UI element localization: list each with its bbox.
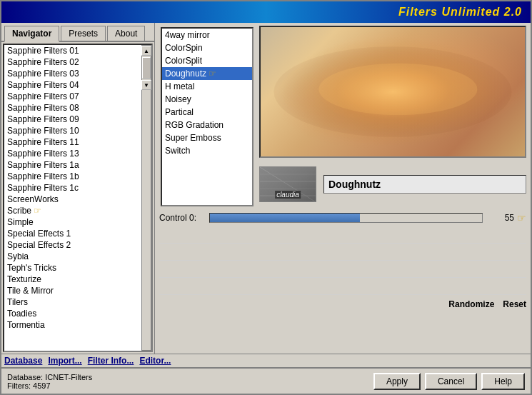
scroll-up-arrow[interactable]: ▲ [141, 46, 151, 56]
tab-about[interactable]: About [107, 26, 145, 41]
status-buttons: Apply Cancel Help [373, 373, 525, 390]
filter-list-item[interactable]: Tilers [4, 296, 141, 308]
import-link[interactable]: Import... [48, 356, 81, 366]
filter-list-item[interactable]: Simple [4, 216, 141, 228]
filter-list-item[interactable]: Sapphire Filters 13 [4, 148, 141, 159]
filter-list-item[interactable]: Sapphire Filters 10 [4, 125, 141, 136]
subfilter-list-item[interactable]: 4way mirror [162, 29, 252, 41]
scrollbar-thumb[interactable] [142, 57, 151, 79]
action-bar: Database Import... Filter Info... Editor… [1, 354, 531, 368]
randomize-button[interactable]: Randomize [448, 299, 494, 309]
empty-row-1 [159, 228, 526, 244]
filter-list-item[interactable]: Toadies [4, 308, 141, 319]
apply-button[interactable]: Apply [373, 373, 421, 390]
control-value-0: 55 [486, 213, 514, 223]
filter-list-item[interactable]: Tile & Mirror [4, 285, 141, 296]
filter-info-link[interactable]: Filter Info... [88, 356, 134, 366]
tab-navigator[interactable]: Navigator [4, 26, 59, 42]
empty-row-3 [159, 262, 526, 278]
database-link[interactable]: Database [4, 356, 42, 366]
filter-list-item[interactable]: ScreenWorks [4, 194, 141, 205]
top-area: 4way mirrorColorSpinColorSplitDoughnutz … [159, 26, 526, 208]
empty-row-4 [159, 279, 526, 295]
subfilter-list-item[interactable]: ColorSplit [162, 54, 252, 67]
database-status: Database: ICNET-Filters [7, 373, 92, 381]
subfilter-list-item[interactable]: Doughnutz ☞ [162, 67, 252, 80]
subfilter-list-item[interactable]: ColorSpin [162, 41, 252, 54]
subfilter-list-item[interactable]: Switch [162, 144, 252, 157]
subfilter-list-item[interactable]: Partical [162, 106, 252, 119]
left-panel: Navigator Presets About Sapphire Filters… [1, 23, 155, 354]
slider-container-0 [209, 211, 483, 225]
filter-list-item[interactable]: Sapphire Filters 1c [4, 182, 141, 194]
empty-row-2 [159, 245, 526, 261]
main-content: Navigator Presets About Sapphire Filters… [1, 23, 531, 354]
filter-thumbnail: claudia [259, 166, 316, 202]
thumbnail-label: claudia [275, 191, 301, 199]
filter-list-item[interactable]: Sapphire Filters 04 [4, 79, 141, 91]
tab-bar: Navigator Presets About [1, 23, 154, 42]
filters-status: Filters: 4597 [7, 381, 92, 390]
filter-list-item[interactable]: Special Effects 2 [4, 239, 141, 251]
preview-image [259, 26, 526, 158]
filter-list-item[interactable]: Teph's Tricks [4, 262, 141, 274]
status-text: Database: ICNET-Filters Filters: 4597 [7, 373, 92, 390]
right-section: 4way mirrorColorSpinColorSplitDoughnutz … [155, 23, 531, 354]
filter-list-item[interactable]: Special Effects 1 [4, 228, 141, 239]
filter-list-item[interactable]: Sapphire Filters 07 [4, 91, 141, 102]
filter-list: Sapphire Filters 01Sapphire Filters 02Sa… [4, 45, 141, 351]
subfilter-list-item[interactable]: Noisey [162, 93, 252, 106]
reset-button[interactable]: Reset [503, 299, 526, 309]
filter-list-item[interactable]: Sapphire Filters 11 [4, 136, 141, 148]
filter-list-item[interactable]: Sapphire Filters 02 [4, 56, 141, 68]
subfilter-list-container: 4way mirrorColorSpinColorSplitDoughnutz … [161, 27, 254, 206]
title-bar: Filters Unlimited 2.0 [1, 1, 531, 23]
filter-list-item[interactable]: Scribe ☞ [4, 205, 141, 216]
help-button[interactable]: Help [481, 373, 525, 390]
control-slider-0[interactable] [209, 213, 483, 223]
filter-list-item[interactable]: Tormentia [4, 319, 141, 331]
control-row-0: Control 0: 55 ☞ [159, 211, 526, 225]
subfilter-list-item[interactable]: RGB Gradation [162, 119, 252, 131]
filter-list-item[interactable]: Sapphire Filters 03 [4, 68, 141, 79]
filter-list-item[interactable]: Sapphire Filters 09 [4, 114, 141, 125]
filter-name-display: Doughnutz [323, 175, 526, 194]
control-label-0: Control 0: [159, 213, 209, 223]
status-bar: Database: ICNET-Filters Filters: 4597 Ap… [1, 368, 531, 394]
subfilter-list-item[interactable]: Super Emboss [162, 131, 252, 144]
hand-icon-slider: ☞ [517, 212, 526, 224]
filter-list-item[interactable]: Sapphire Filters 1b [4, 171, 141, 182]
editor-link[interactable]: Editor... [139, 356, 171, 366]
filter-list-item[interactable]: Sapphire Filters 01 [4, 45, 141, 56]
main-window: Filters Unlimited 2.0 Navigator Presets … [0, 0, 532, 395]
scroll-down-arrow[interactable]: ▼ [141, 80, 151, 90]
subfilter-list-item[interactable]: H metal [162, 80, 252, 93]
svg-point-1 [318, 64, 477, 115]
filter-list-item[interactable]: Texturize [4, 274, 141, 285]
tab-presets[interactable]: Presets [61, 26, 106, 41]
thumbnail-row: claudia Doughnutz [259, 166, 526, 202]
filter-list-item[interactable]: Sapphire Filters 1a [4, 159, 141, 171]
filter-scrollbar[interactable]: ▲ ▼ [141, 45, 151, 351]
filter-list-item[interactable]: Sapphire Filters 08 [4, 102, 141, 114]
slider-fill-0 [210, 214, 360, 222]
controls-area: Control 0: 55 ☞ [159, 211, 526, 296]
cancel-button[interactable]: Cancel [425, 373, 477, 390]
filter-list-container: Sapphire Filters 01Sapphire Filters 02Sa… [3, 44, 153, 352]
title-text: Filters Unlimited 2.0 [398, 6, 522, 19]
right-bottom-buttons: Randomize Reset [159, 299, 526, 309]
filter-list-item[interactable]: Sybia [4, 251, 141, 262]
subfilter-list: 4way mirrorColorSpinColorSplitDoughnutz … [162, 29, 252, 157]
